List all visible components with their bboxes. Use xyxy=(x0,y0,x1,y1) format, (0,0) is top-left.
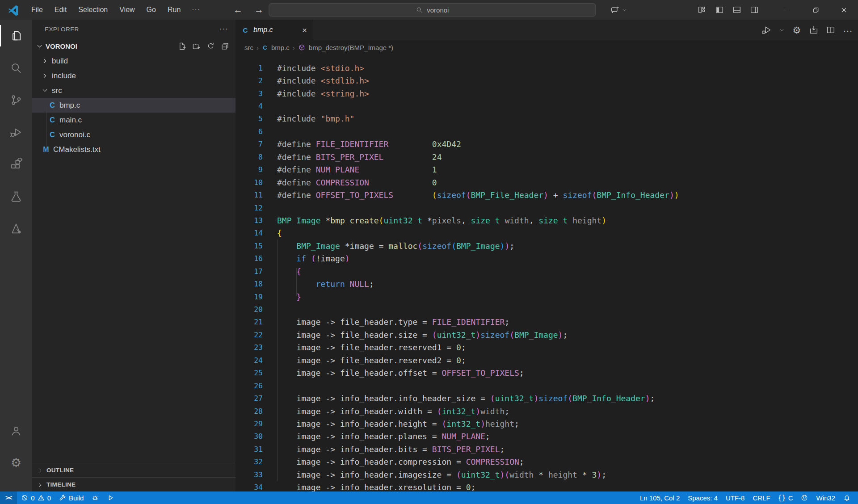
activitybar-cmake[interactable] xyxy=(0,213,32,245)
new-file-icon[interactable] xyxy=(178,42,186,50)
status-platform[interactable]: Win32 xyxy=(812,491,839,504)
debug-icon xyxy=(10,126,22,139)
status-eol[interactable]: CRLF xyxy=(749,491,774,504)
search-icon xyxy=(416,6,423,13)
status-language-mode[interactable]: {}C xyxy=(774,491,797,504)
status-cursor-position[interactable]: Ln 105, Col 2 xyxy=(636,491,684,504)
status-remote[interactable]: >< xyxy=(0,491,17,504)
section-timeline[interactable]: TIMELINE xyxy=(32,477,236,491)
status-problems-label: 0 xyxy=(31,494,34,502)
toggle-panel-icon[interactable] xyxy=(732,5,742,15)
run-bug-icon[interactable] xyxy=(762,25,772,35)
code-text: #define OFFSET_TO_PIXELS (sizeof(BMP_Fil… xyxy=(263,190,679,200)
menu-file[interactable]: File xyxy=(25,3,49,17)
tree-item-bmp-c[interactable]: Cbmp.c xyxy=(32,98,236,113)
workspace-section-header[interactable]: VORONOI xyxy=(32,38,236,54)
code-editor[interactable]: 1#include <stdio.h>2#include <stdlib.h>3… xyxy=(236,55,858,491)
line-number: 28 xyxy=(236,407,263,416)
tree-item-label: build xyxy=(52,57,68,66)
c-file-icon: C xyxy=(48,116,56,124)
code-text: image -> info_header.info_header_size = … xyxy=(263,394,655,403)
code-line-15: 15 BMP_Image *image = malloc(sizeof(BMP_… xyxy=(236,239,799,252)
cube-icon xyxy=(298,44,306,51)
code-text: #include <stdlib.h> xyxy=(263,76,369,85)
code-text: image -> info_header.height = (int32_t)h… xyxy=(263,419,519,428)
activitybar-search[interactable] xyxy=(0,52,32,84)
tree-item-include[interactable]: include xyxy=(32,68,236,83)
chevron-down-icon[interactable] xyxy=(779,27,785,33)
status-problems[interactable]: 00 xyxy=(17,491,55,504)
status-encoding[interactable]: UTF-8 xyxy=(722,491,749,504)
tree-item-label: bmp.c xyxy=(59,101,80,110)
code-text: if (!image) xyxy=(263,254,350,263)
activitybar-run-debug[interactable] xyxy=(0,116,32,148)
status-cmake-launch[interactable] xyxy=(103,491,118,504)
breadcrumb[interactable]: src›Cbmp.c›bmp_destroy(BMP_Image *) xyxy=(236,40,858,55)
collapse-all-icon[interactable] xyxy=(221,42,229,50)
copilot-menu[interactable] xyxy=(610,0,627,20)
status-github[interactable] xyxy=(797,491,812,504)
menu-run[interactable]: Run xyxy=(162,3,186,17)
code-line-16: 16 if (!image) xyxy=(236,252,799,265)
chevron-right-icon xyxy=(41,72,49,80)
explorer-more-actions[interactable]: ··· xyxy=(219,25,228,34)
menu-overflow[interactable]: ··· xyxy=(186,3,206,17)
toggle-secondary-sidebar-icon[interactable] xyxy=(749,5,759,15)
close-button[interactable] xyxy=(830,0,858,20)
status-cmake-build[interactable]: Build xyxy=(55,491,88,504)
wrench-icon xyxy=(59,494,66,501)
install-box-icon[interactable] xyxy=(809,25,819,35)
menu-selection[interactable]: Selection xyxy=(72,3,114,17)
tab-close-icon[interactable]: × xyxy=(302,26,307,34)
tree-item-build[interactable]: build xyxy=(32,54,236,68)
tree-item-src[interactable]: src xyxy=(32,83,236,98)
status-indentation[interactable]: Spaces: 4 xyxy=(684,491,722,504)
chevron-down-icon xyxy=(622,7,627,13)
breadcrumb-item[interactable]: bmp.c xyxy=(271,44,290,51)
tree-item-voronoi-c[interactable]: Cvoronoi.c xyxy=(32,127,236,142)
activitybar-source-control[interactable] xyxy=(0,84,32,116)
customize-layout-icon[interactable] xyxy=(697,5,707,15)
menu-bar: FileEditSelectionViewGoRun xyxy=(25,3,186,17)
status-notifications[interactable] xyxy=(839,491,854,504)
restore-button[interactable] xyxy=(802,0,830,20)
tree-item-main-c[interactable]: Cmain.c xyxy=(32,113,236,127)
menu-go[interactable]: Go xyxy=(141,3,162,17)
code-text: } xyxy=(263,292,301,302)
activitybar-accounts[interactable] xyxy=(0,415,32,447)
menu-view[interactable]: View xyxy=(114,3,140,17)
line-number: 7 xyxy=(236,140,263,148)
workspace-name: VORONOI xyxy=(46,42,77,50)
code-line-1: 1#include <stdio.h> xyxy=(236,62,799,74)
breadcrumb-item[interactable]: src xyxy=(244,44,253,51)
activitybar-explorer[interactable] xyxy=(0,20,32,52)
code-text: BMP_Image *bmp_create(uint32_t *pixels, … xyxy=(263,216,606,225)
history-nav: ← → xyxy=(233,0,264,20)
tab-bmp-c[interactable]: C bmp.c × xyxy=(236,20,313,40)
menu-edit[interactable]: Edit xyxy=(49,3,73,17)
forward-icon[interactable]: → xyxy=(254,4,264,15)
code-text: #define BITS_PER_PIXEL 24 xyxy=(263,152,442,162)
toggle-primary-sidebar-icon[interactable] xyxy=(715,5,724,15)
command-center-search[interactable]: voronoi xyxy=(269,3,596,17)
activitybar-testing[interactable] xyxy=(0,181,32,213)
status-language-mode-label: C xyxy=(788,494,793,502)
activitybar-settings[interactable]: ⚙ xyxy=(0,447,32,479)
dots-icon[interactable]: ··· xyxy=(843,25,853,35)
activitybar-extensions[interactable] xyxy=(0,148,32,181)
minimize-button[interactable] xyxy=(774,0,802,20)
gear-icon[interactable]: ⚙ xyxy=(792,25,802,35)
indent-guide xyxy=(296,268,297,296)
refresh-icon[interactable] xyxy=(206,42,215,50)
section-outline[interactable]: OUTLINE xyxy=(32,463,236,477)
tree-item-cmakelists-txt[interactable]: MCMakelists.txt xyxy=(32,142,236,157)
back-icon[interactable]: ← xyxy=(233,4,243,15)
code-line-13: 13BMP_Image *bmp_create(uint32_t *pixels… xyxy=(236,214,799,227)
line-number: 31 xyxy=(236,445,263,454)
split-icon[interactable] xyxy=(826,25,836,35)
code-text: image -> file_header.reserved2 = 0; xyxy=(263,356,466,365)
code-line-4: 4 xyxy=(236,100,799,112)
breadcrumb-item[interactable]: bmp_destroy(BMP_Image *) xyxy=(309,44,393,51)
status-cmake-debug[interactable] xyxy=(88,491,103,504)
new-folder-icon[interactable] xyxy=(192,42,201,50)
